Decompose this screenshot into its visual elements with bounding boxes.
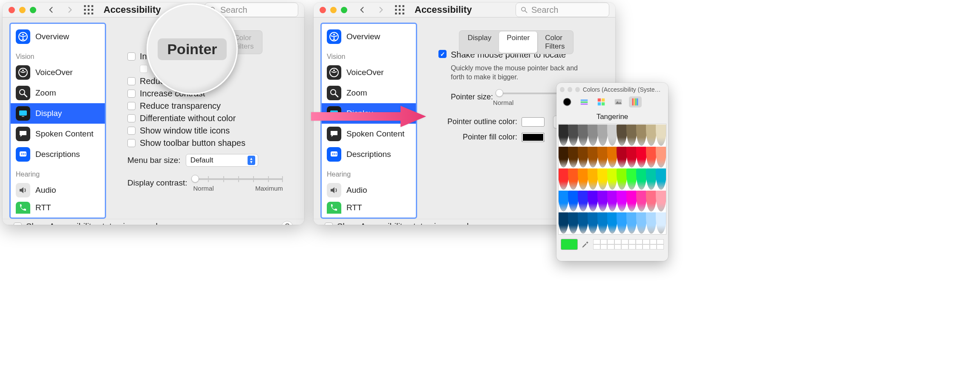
pencil-swatch[interactable] bbox=[626, 125, 637, 146]
saved-swatch-cell[interactable] bbox=[657, 244, 664, 249]
sidebar-item-descriptions[interactable]: Descriptions bbox=[11, 144, 105, 165]
pencil-swatch[interactable] bbox=[588, 191, 598, 212]
tab-display[interactable]: Display bbox=[460, 32, 499, 53]
saved-swatch-cell[interactable] bbox=[643, 239, 650, 244]
sidebar-item-audio[interactable]: Audio bbox=[322, 180, 416, 200]
opt-show-window-title-icons[interactable]: Show window title icons bbox=[127, 126, 283, 136]
pencil-swatch[interactable] bbox=[636, 125, 647, 146]
opt-show-toolbar-button-shapes[interactable]: Show toolbar button shapes bbox=[127, 138, 283, 148]
pencil-swatch[interactable] bbox=[626, 191, 637, 212]
pencil-swatch[interactable] bbox=[636, 212, 647, 234]
sidebar-item-overview[interactable]: Overview bbox=[11, 26, 105, 47]
close-icon[interactable] bbox=[9, 7, 15, 13]
minimize-icon[interactable] bbox=[330, 7, 337, 13]
show-all-button[interactable] bbox=[82, 3, 95, 16]
search-field[interactable]: Search bbox=[516, 3, 609, 17]
pencil-swatch[interactable] bbox=[558, 191, 569, 212]
pencil-swatch[interactable] bbox=[626, 212, 637, 234]
pencil-swatch[interactable] bbox=[646, 125, 657, 146]
pencil-swatch[interactable] bbox=[656, 125, 666, 146]
pencil-swatch[interactable] bbox=[636, 147, 647, 168]
checkbox-icon[interactable] bbox=[127, 139, 135, 147]
pencil-swatch[interactable] bbox=[568, 212, 579, 234]
sidebar-item-descriptions[interactable]: Descriptions bbox=[322, 144, 416, 165]
tab-pointer[interactable]: Pointer bbox=[499, 32, 537, 53]
saved-swatch-cell[interactable] bbox=[600, 244, 608, 249]
saved-swatch-cell[interactable] bbox=[650, 239, 657, 244]
opt-differentiate-without-color[interactable]: Differentiate without color bbox=[127, 113, 283, 123]
mode-wheel-icon[interactable] bbox=[561, 96, 574, 107]
zoom-icon[interactable] bbox=[575, 87, 580, 92]
pencil-swatch[interactable] bbox=[656, 168, 666, 190]
opt-reduce-transparency[interactable]: Reduce transparency bbox=[127, 101, 283, 111]
pencil-swatch[interactable] bbox=[588, 212, 598, 234]
pencil-swatch[interactable] bbox=[656, 191, 666, 212]
checkbox-icon[interactable] bbox=[127, 102, 135, 110]
minimize-icon[interactable] bbox=[19, 7, 26, 13]
pencil-swatch[interactable] bbox=[558, 147, 569, 168]
pencil-swatch[interactable] bbox=[578, 191, 588, 212]
pencil-swatch[interactable] bbox=[578, 125, 588, 146]
pencil-swatch[interactable] bbox=[597, 147, 608, 168]
checkbox-icon[interactable] bbox=[127, 52, 135, 61]
pencil-swatch[interactable] bbox=[578, 168, 588, 190]
saved-swatch-cell[interactable] bbox=[636, 244, 643, 249]
saved-swatches[interactable] bbox=[593, 239, 664, 249]
current-color-swatch[interactable] bbox=[561, 239, 578, 250]
saved-swatch-cell[interactable] bbox=[657, 239, 664, 244]
pencil-swatch[interactable] bbox=[607, 125, 618, 146]
pencil-swatch[interactable] bbox=[617, 212, 627, 234]
pencil-swatch[interactable] bbox=[617, 125, 627, 146]
saved-swatch-cell[interactable] bbox=[607, 244, 614, 249]
saved-swatch-cell[interactable] bbox=[621, 239, 628, 244]
sidebar-item-rtt[interactable]: RTT bbox=[11, 200, 105, 215]
menu-bar-size-select[interactable]: Default ▲▼ bbox=[186, 154, 258, 167]
sidebar-item-voiceover[interactable]: VoiceOver bbox=[322, 62, 416, 83]
tab-color-filters[interactable]: Color Filters bbox=[537, 32, 572, 53]
pencil-swatch[interactable] bbox=[568, 168, 579, 190]
pencil-swatch[interactable] bbox=[656, 147, 666, 168]
pencil-swatch[interactable] bbox=[588, 168, 598, 190]
checkbox-icon[interactable] bbox=[325, 223, 333, 225]
saved-swatch-cell[interactable] bbox=[650, 244, 657, 249]
pencil-swatch[interactable] bbox=[597, 168, 608, 190]
back-button[interactable] bbox=[356, 3, 369, 16]
pencil-swatch[interactable] bbox=[558, 125, 569, 146]
saved-swatch-cell[interactable] bbox=[628, 239, 636, 244]
display-contrast-slider[interactable] bbox=[193, 174, 283, 185]
pencil-swatch[interactable] bbox=[607, 168, 618, 190]
pencils-grid[interactable] bbox=[558, 124, 666, 235]
checkbox-icon[interactable] bbox=[127, 114, 135, 122]
mode-pencils-icon[interactable] bbox=[629, 96, 642, 107]
pencil-swatch[interactable] bbox=[636, 168, 647, 190]
checkbox-icon[interactable] bbox=[438, 50, 447, 58]
pencil-swatch[interactable] bbox=[597, 125, 608, 146]
show-accessibility-status-checkbox[interactable]: Show Accessibility status in menu bar bbox=[14, 222, 168, 225]
saved-swatch-cell[interactable] bbox=[593, 239, 600, 244]
sidebar-item-zoom[interactable]: Zoom bbox=[11, 83, 105, 103]
sidebar-item-rtt[interactable]: RTT bbox=[322, 200, 416, 215]
help-button[interactable]: ? bbox=[281, 221, 293, 225]
eyedropper-icon[interactable] bbox=[581, 240, 590, 249]
forward-button[interactable] bbox=[63, 3, 76, 16]
pencil-swatch[interactable] bbox=[588, 147, 598, 168]
pencil-swatch[interactable] bbox=[607, 212, 618, 234]
saved-swatch-cell[interactable] bbox=[628, 244, 636, 249]
minimize-icon[interactable] bbox=[568, 87, 572, 92]
checkbox-icon[interactable] bbox=[127, 127, 135, 135]
pencil-swatch[interactable] bbox=[626, 147, 637, 168]
saved-swatch-cell[interactable] bbox=[636, 239, 643, 244]
pencil-swatch[interactable] bbox=[568, 125, 579, 146]
pencil-swatch[interactable] bbox=[656, 212, 666, 234]
pencil-swatch[interactable] bbox=[607, 191, 618, 212]
pointer-fill-swatch[interactable] bbox=[522, 133, 545, 142]
pencil-swatch[interactable] bbox=[646, 168, 657, 190]
saved-swatch-cell[interactable] bbox=[600, 239, 608, 244]
zoom-icon[interactable] bbox=[30, 7, 36, 13]
saved-swatch-cell[interactable] bbox=[614, 244, 622, 249]
close-icon[interactable] bbox=[560, 87, 565, 92]
zoom-icon[interactable] bbox=[341, 7, 347, 13]
pencil-swatch[interactable] bbox=[617, 147, 627, 168]
pencil-swatch[interactable] bbox=[646, 147, 657, 168]
show-all-button[interactable] bbox=[393, 3, 406, 16]
